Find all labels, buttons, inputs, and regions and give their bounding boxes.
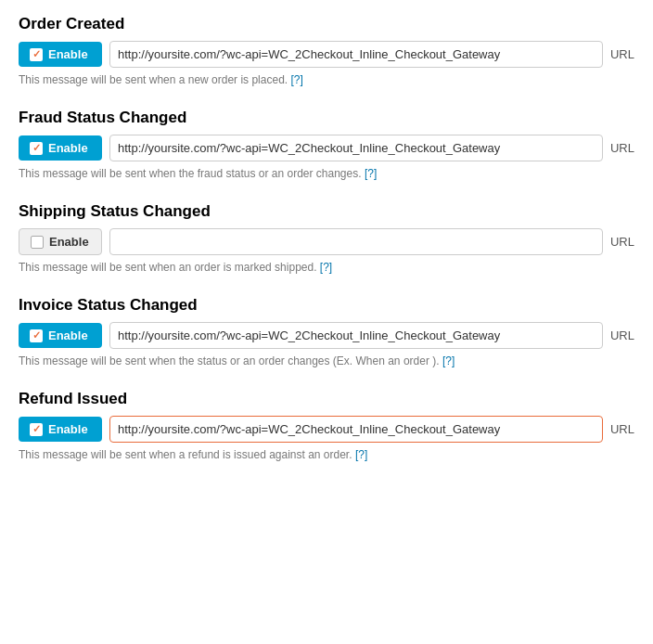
url-input-refund-issued[interactable] bbox=[109, 416, 603, 443]
hint-link-refund-issued[interactable]: [?] bbox=[355, 448, 367, 461]
enable-button-shipping-status-changed[interactable]: Enable bbox=[19, 228, 102, 255]
hint-link-fraud-status-changed[interactable]: [?] bbox=[365, 167, 377, 180]
url-label-fraud-status-changed: URL bbox=[610, 141, 634, 155]
section-order-created: Order Created✓EnableURLThis message will… bbox=[19, 15, 634, 86]
input-row-refund-issued: ✓EnableURL bbox=[19, 416, 634, 443]
section-fraud-status-changed: Fraud Status Changed✓EnableURLThis messa… bbox=[19, 109, 634, 180]
section-title-fraud-status-changed: Fraud Status Changed bbox=[19, 109, 634, 127]
url-label-refund-issued: URL bbox=[610, 422, 634, 436]
url-label-order-created: URL bbox=[610, 47, 634, 61]
section-hint-order-created: This message will be sent when a new ord… bbox=[19, 73, 634, 86]
checkmark-order-created: ✓ bbox=[32, 49, 41, 59]
enable-label-order-created: Enable bbox=[48, 47, 88, 61]
checkmark-fraud-status-changed: ✓ bbox=[32, 143, 41, 153]
section-shipping-status-changed: Shipping Status ChangedEnableURLThis mes… bbox=[19, 202, 634, 274]
checkbox-icon-fraud-status-changed: ✓ bbox=[30, 142, 43, 155]
section-title-refund-issued: Refund Issued bbox=[19, 390, 634, 408]
enable-button-refund-issued[interactable]: ✓Enable bbox=[19, 417, 102, 442]
checkbox-icon-order-created: ✓ bbox=[30, 48, 43, 61]
section-title-invoice-status-changed: Invoice Status Changed bbox=[19, 296, 634, 315]
section-invoice-status-changed: Invoice Status Changed✓EnableURLThis mes… bbox=[19, 296, 634, 367]
input-row-order-created: ✓EnableURL bbox=[19, 41, 634, 68]
checkmark-refund-issued: ✓ bbox=[32, 424, 41, 434]
url-label-invoice-status-changed: URL bbox=[610, 328, 634, 342]
hint-link-invoice-status-changed[interactable]: [?] bbox=[442, 354, 455, 367]
hint-link-order-created[interactable]: [?] bbox=[290, 73, 302, 86]
checkbox-icon-refund-issued: ✓ bbox=[30, 423, 43, 436]
section-title-order-created: Order Created bbox=[19, 15, 634, 33]
enable-button-invoice-status-changed[interactable]: ✓Enable bbox=[19, 323, 102, 348]
input-row-invoice-status-changed: ✓EnableURL bbox=[19, 322, 634, 349]
checkmark-invoice-status-changed: ✓ bbox=[32, 330, 41, 341]
checkbox-icon-invoice-status-changed: ✓ bbox=[30, 329, 43, 342]
enable-label-refund-issued: Enable bbox=[48, 422, 88, 436]
enable-button-fraud-status-changed[interactable]: ✓Enable bbox=[19, 135, 102, 161]
enable-label-fraud-status-changed: Enable bbox=[48, 141, 88, 155]
input-row-fraud-status-changed: ✓EnableURL bbox=[19, 135, 634, 161]
hint-link-shipping-status-changed[interactable]: [?] bbox=[320, 261, 332, 274]
url-label-shipping-status-changed: URL bbox=[610, 235, 634, 249]
section-refund-issued: Refund Issued✓EnableURLThis message will… bbox=[19, 390, 634, 461]
enable-label-shipping-status-changed: Enable bbox=[49, 235, 89, 249]
checkbox-icon-shipping-status-changed bbox=[31, 236, 44, 249]
url-input-invoice-status-changed[interactable] bbox=[109, 322, 603, 349]
section-hint-refund-issued: This message will be sent when a refund … bbox=[19, 448, 634, 461]
url-input-shipping-status-changed[interactable] bbox=[109, 228, 603, 255]
section-title-shipping-status-changed: Shipping Status Changed bbox=[19, 202, 634, 221]
enable-label-invoice-status-changed: Enable bbox=[48, 328, 88, 342]
input-row-shipping-status-changed: EnableURL bbox=[19, 228, 634, 255]
section-hint-invoice-status-changed: This message will be sent when the statu… bbox=[19, 354, 634, 367]
url-input-order-created[interactable] bbox=[109, 41, 603, 68]
section-hint-fraud-status-changed: This message will be sent when the fraud… bbox=[19, 167, 634, 180]
url-input-fraud-status-changed[interactable] bbox=[109, 135, 603, 161]
enable-button-order-created[interactable]: ✓Enable bbox=[19, 42, 102, 67]
section-hint-shipping-status-changed: This message will be sent when an order … bbox=[19, 261, 634, 274]
